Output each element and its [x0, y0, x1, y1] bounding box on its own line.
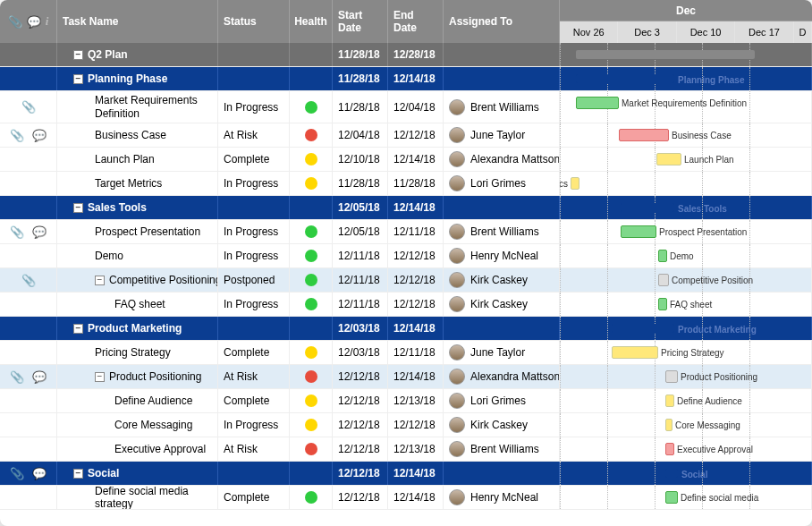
start-date-cell[interactable]: 12/03/18	[333, 317, 388, 340]
start-date-cell[interactable]: 11/28/18	[333, 172, 388, 195]
gantt-bar[interactable]: Sales Tools	[621, 203, 674, 212]
task-name-cell[interactable]: −Sales Tools	[57, 196, 218, 219]
task-name-cell[interactable]: Target Metrics	[57, 172, 218, 195]
attachment-icon[interactable]: 📎	[10, 129, 24, 142]
assigned-cell[interactable]	[444, 317, 560, 340]
task-row[interactable]: 📎💬Business CaseAt Risk12/04/1812/12/18Ju…	[0, 123, 812, 148]
start-date-cell[interactable]: 12/10/18	[333, 148, 388, 171]
task-name-cell[interactable]: −Social	[57, 462, 218, 485]
start-date-cell[interactable]: 12/05/18	[333, 220, 388, 243]
task-row[interactable]: Core MessagingIn Progress12/12/1812/12/1…	[0, 413, 812, 437]
end-date-cell[interactable]: 12/14/18	[388, 148, 444, 171]
gantt-bar[interactable]: Demo	[658, 250, 667, 262]
end-date-cell[interactable]: 12/12/18	[388, 244, 444, 267]
status-cell[interactable]	[218, 317, 290, 340]
collapse-toggle[interactable]: −	[73, 469, 83, 479]
header-status[interactable]: Status	[218, 0, 290, 43]
task-row[interactable]: Pricing StrategyComplete12/03/1812/11/18…	[0, 341, 812, 365]
gantt-cell[interactable]: Product Positioning	[560, 365, 812, 388]
gantt-bar[interactable]	[576, 50, 755, 59]
assigned-cell[interactable]: Alexandra Mattson	[444, 148, 560, 171]
assigned-cell[interactable]	[444, 462, 560, 485]
attachment-icon[interactable]: 📎	[21, 100, 36, 114]
start-date-cell[interactable]: 11/28/18	[333, 91, 388, 123]
end-date-cell[interactable]: 11/28/18	[388, 172, 444, 195]
gantt-cell[interactable]: Market Requirements Definition	[560, 91, 812, 123]
start-date-cell[interactable]: 12/12/18	[333, 413, 388, 437]
header-task[interactable]: Task Name	[57, 0, 218, 43]
comment-icon[interactable]: 💬	[32, 370, 47, 384]
gantt-cell[interactable]: Social	[560, 462, 812, 485]
status-cell[interactable]: Complete	[218, 389, 290, 412]
status-cell[interactable]: Postponed	[218, 268, 290, 292]
status-cell[interactable]	[218, 196, 290, 219]
end-date-cell[interactable]: 12/14/18	[388, 365, 444, 388]
end-date-cell[interactable]: 12/12/18	[388, 293, 444, 316]
status-cell[interactable]: Complete	[218, 486, 290, 509]
health-cell[interactable]	[290, 462, 333, 485]
status-cell[interactable]: Complete	[218, 341, 290, 364]
assigned-cell[interactable]	[444, 67, 560, 90]
gantt-cell[interactable]: Core Messaging	[560, 413, 812, 437]
task-name-cell[interactable]: Demo	[57, 244, 218, 267]
task-row[interactable]: 📎💬−Social12/12/1812/14/18Social	[0, 462, 812, 486]
task-name-cell[interactable]: Define social media strategy	[57, 486, 218, 509]
task-name-cell[interactable]: −Q2 Plan	[57, 43, 218, 66]
gantt-cell[interactable]: Product Marketing	[560, 317, 812, 340]
end-date-cell[interactable]: 12/28/18	[388, 43, 444, 66]
start-date-cell[interactable]: 12/12/18	[333, 365, 388, 388]
gantt-cell[interactable]: Demo	[560, 244, 812, 267]
start-date-cell[interactable]: 12/03/18	[333, 341, 388, 364]
assigned-cell[interactable]: Henry McNeal	[444, 486, 560, 509]
status-cell[interactable]	[218, 67, 290, 90]
health-cell[interactable]	[290, 43, 333, 66]
collapse-toggle[interactable]: −	[95, 276, 105, 285]
gantt-cell[interactable]: Competitive Position	[560, 268, 812, 292]
end-date-cell[interactable]: 12/11/18	[388, 220, 444, 243]
task-name-cell[interactable]: −Competitive Positioning	[57, 268, 218, 292]
timeline-week[interactable]: Dec 3	[618, 21, 676, 43]
gantt-bar[interactable]: Target Metrics	[571, 177, 579, 190]
task-row[interactable]: −Planning Phase11/28/1812/14/18Planning …	[0, 67, 812, 91]
start-date-cell[interactable]: 12/11/18	[333, 268, 388, 292]
assigned-cell[interactable]: Brent Williams	[444, 91, 560, 123]
gantt-bar[interactable]: Market Requirements Definition	[576, 97, 619, 109]
health-cell[interactable]	[290, 123, 333, 147]
timeline-week[interactable]: Dec 10	[677, 21, 735, 43]
assigned-cell[interactable]	[444, 196, 560, 219]
task-name-cell[interactable]: −Product Marketing	[57, 317, 218, 340]
assigned-cell[interactable]: Lori Grimes	[444, 389, 560, 412]
health-cell[interactable]	[290, 341, 333, 364]
end-date-cell[interactable]: 12/14/18	[388, 317, 444, 340]
assigned-cell[interactable]: June Taylor	[444, 123, 560, 147]
gantt-bar[interactable]: Define Audience	[665, 394, 674, 407]
gantt-cell[interactable]: Business Case	[560, 123, 812, 147]
task-name-cell[interactable]: −Product Positioning	[57, 365, 218, 388]
gantt-cell[interactable]: Define social media	[560, 486, 812, 509]
status-cell[interactable]: At Risk	[218, 437, 290, 461]
status-cell[interactable]: In Progress	[218, 293, 290, 316]
timeline-week[interactable]: Nov 26	[560, 21, 618, 43]
attachment-icon[interactable]: 📎	[10, 370, 24, 384]
collapse-toggle[interactable]: −	[73, 324, 83, 334]
task-row[interactable]: 📎−Competitive PositioningPostponed12/11/…	[0, 268, 812, 293]
end-date-cell[interactable]: 12/13/18	[388, 389, 444, 412]
task-row[interactable]: 📎💬−Product PositioningAt Risk12/12/1812/…	[0, 365, 812, 389]
start-date-cell[interactable]: 12/11/18	[333, 293, 388, 316]
header-assigned[interactable]: Assigned To	[444, 0, 560, 43]
health-cell[interactable]	[290, 172, 333, 195]
health-cell[interactable]	[290, 293, 333, 316]
comment-icon[interactable]: 💬	[32, 129, 47, 142]
attachment-icon[interactable]: 📎	[10, 225, 24, 239]
health-cell[interactable]	[290, 365, 333, 388]
attachment-icon[interactable]: 📎	[10, 467, 24, 480]
health-cell[interactable]	[290, 389, 333, 412]
header-health[interactable]: Health	[290, 0, 333, 43]
gantt-cell[interactable]: Sales Tools	[560, 196, 812, 219]
start-date-cell[interactable]: 12/04/18	[333, 123, 388, 147]
status-cell[interactable]: In Progress	[218, 413, 290, 437]
timeline-week[interactable]: D	[794, 21, 812, 43]
task-name-cell[interactable]: Executive Approval	[57, 437, 218, 461]
assigned-cell[interactable]: Alexandra Mattson	[444, 365, 560, 388]
start-date-cell[interactable]: 12/05/18	[333, 196, 388, 219]
